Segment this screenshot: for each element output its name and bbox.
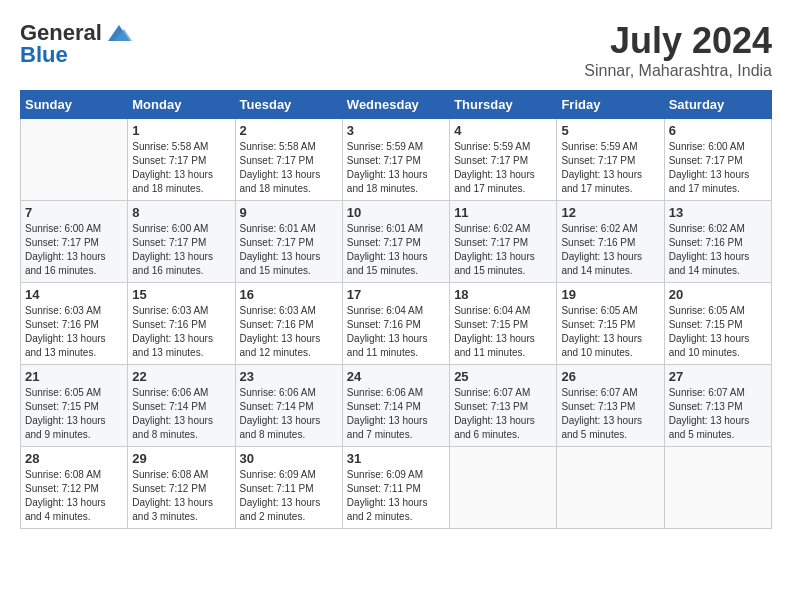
weekday-header-friday: Friday — [557, 91, 664, 119]
day-number: 28 — [25, 451, 123, 466]
day-number: 10 — [347, 205, 445, 220]
day-number: 21 — [25, 369, 123, 384]
day-number: 3 — [347, 123, 445, 138]
calendar-cell: 22Sunrise: 6:06 AMSunset: 7:14 PMDayligh… — [128, 365, 235, 447]
logo-icon — [104, 21, 134, 45]
calendar-cell: 15Sunrise: 6:03 AMSunset: 7:16 PMDayligh… — [128, 283, 235, 365]
logo: General Blue — [20, 20, 134, 68]
day-info: Sunrise: 6:03 AMSunset: 7:16 PMDaylight:… — [240, 304, 338, 360]
calendar-cell: 17Sunrise: 6:04 AMSunset: 7:16 PMDayligh… — [342, 283, 449, 365]
day-info: Sunrise: 6:08 AMSunset: 7:12 PMDaylight:… — [132, 468, 230, 524]
calendar-cell: 29Sunrise: 6:08 AMSunset: 7:12 PMDayligh… — [128, 447, 235, 529]
day-number: 22 — [132, 369, 230, 384]
day-number: 12 — [561, 205, 659, 220]
day-info: Sunrise: 6:09 AMSunset: 7:11 PMDaylight:… — [240, 468, 338, 524]
weekday-header-saturday: Saturday — [664, 91, 771, 119]
day-number: 29 — [132, 451, 230, 466]
calendar-cell: 25Sunrise: 6:07 AMSunset: 7:13 PMDayligh… — [450, 365, 557, 447]
day-info: Sunrise: 5:59 AMSunset: 7:17 PMDaylight:… — [561, 140, 659, 196]
day-info: Sunrise: 6:01 AMSunset: 7:17 PMDaylight:… — [347, 222, 445, 278]
day-number: 31 — [347, 451, 445, 466]
day-info: Sunrise: 6:06 AMSunset: 7:14 PMDaylight:… — [240, 386, 338, 442]
day-number: 8 — [132, 205, 230, 220]
calendar-cell: 28Sunrise: 6:08 AMSunset: 7:12 PMDayligh… — [21, 447, 128, 529]
week-row-1: 1Sunrise: 5:58 AMSunset: 7:17 PMDaylight… — [21, 119, 772, 201]
calendar-cell: 30Sunrise: 6:09 AMSunset: 7:11 PMDayligh… — [235, 447, 342, 529]
day-number: 18 — [454, 287, 552, 302]
calendar-cell: 21Sunrise: 6:05 AMSunset: 7:15 PMDayligh… — [21, 365, 128, 447]
day-number: 16 — [240, 287, 338, 302]
calendar-cell: 24Sunrise: 6:06 AMSunset: 7:14 PMDayligh… — [342, 365, 449, 447]
weekday-header-sunday: Sunday — [21, 91, 128, 119]
calendar-cell: 31Sunrise: 6:09 AMSunset: 7:11 PMDayligh… — [342, 447, 449, 529]
day-number: 14 — [25, 287, 123, 302]
calendar-cell: 19Sunrise: 6:05 AMSunset: 7:15 PMDayligh… — [557, 283, 664, 365]
day-info: Sunrise: 6:09 AMSunset: 7:11 PMDaylight:… — [347, 468, 445, 524]
day-number: 1 — [132, 123, 230, 138]
day-number: 19 — [561, 287, 659, 302]
calendar-cell: 18Sunrise: 6:04 AMSunset: 7:15 PMDayligh… — [450, 283, 557, 365]
header: General Blue July 2024 Sinnar, Maharasht… — [20, 20, 772, 80]
day-info: Sunrise: 6:04 AMSunset: 7:15 PMDaylight:… — [454, 304, 552, 360]
calendar-cell — [450, 447, 557, 529]
calendar-cell: 3Sunrise: 5:59 AMSunset: 7:17 PMDaylight… — [342, 119, 449, 201]
calendar-cell: 16Sunrise: 6:03 AMSunset: 7:16 PMDayligh… — [235, 283, 342, 365]
calendar-cell: 11Sunrise: 6:02 AMSunset: 7:17 PMDayligh… — [450, 201, 557, 283]
day-info: Sunrise: 5:58 AMSunset: 7:17 PMDaylight:… — [240, 140, 338, 196]
day-info: Sunrise: 6:07 AMSunset: 7:13 PMDaylight:… — [454, 386, 552, 442]
day-number: 25 — [454, 369, 552, 384]
calendar-cell: 23Sunrise: 6:06 AMSunset: 7:14 PMDayligh… — [235, 365, 342, 447]
calendar-cell: 9Sunrise: 6:01 AMSunset: 7:17 PMDaylight… — [235, 201, 342, 283]
day-info: Sunrise: 6:01 AMSunset: 7:17 PMDaylight:… — [240, 222, 338, 278]
day-number: 6 — [669, 123, 767, 138]
calendar-cell: 4Sunrise: 5:59 AMSunset: 7:17 PMDaylight… — [450, 119, 557, 201]
day-info: Sunrise: 6:02 AMSunset: 7:17 PMDaylight:… — [454, 222, 552, 278]
day-number: 27 — [669, 369, 767, 384]
calendar-table: SundayMondayTuesdayWednesdayThursdayFrid… — [20, 90, 772, 529]
week-row-2: 7Sunrise: 6:00 AMSunset: 7:17 PMDaylight… — [21, 201, 772, 283]
day-info: Sunrise: 6:05 AMSunset: 7:15 PMDaylight:… — [25, 386, 123, 442]
week-row-4: 21Sunrise: 6:05 AMSunset: 7:15 PMDayligh… — [21, 365, 772, 447]
day-number: 7 — [25, 205, 123, 220]
day-info: Sunrise: 6:00 AMSunset: 7:17 PMDaylight:… — [25, 222, 123, 278]
calendar-cell: 26Sunrise: 6:07 AMSunset: 7:13 PMDayligh… — [557, 365, 664, 447]
calendar-subtitle: Sinnar, Maharashtra, India — [584, 62, 772, 80]
calendar-cell — [21, 119, 128, 201]
day-number: 13 — [669, 205, 767, 220]
day-number: 5 — [561, 123, 659, 138]
calendar-cell — [557, 447, 664, 529]
day-info: Sunrise: 6:05 AMSunset: 7:15 PMDaylight:… — [669, 304, 767, 360]
day-info: Sunrise: 6:04 AMSunset: 7:16 PMDaylight:… — [347, 304, 445, 360]
weekday-header-row: SundayMondayTuesdayWednesdayThursdayFrid… — [21, 91, 772, 119]
calendar-cell: 5Sunrise: 5:59 AMSunset: 7:17 PMDaylight… — [557, 119, 664, 201]
day-number: 11 — [454, 205, 552, 220]
day-number: 24 — [347, 369, 445, 384]
day-number: 17 — [347, 287, 445, 302]
day-info: Sunrise: 6:06 AMSunset: 7:14 PMDaylight:… — [347, 386, 445, 442]
calendar-cell: 8Sunrise: 6:00 AMSunset: 7:17 PMDaylight… — [128, 201, 235, 283]
weekday-header-monday: Monday — [128, 91, 235, 119]
week-row-3: 14Sunrise: 6:03 AMSunset: 7:16 PMDayligh… — [21, 283, 772, 365]
day-number: 4 — [454, 123, 552, 138]
day-info: Sunrise: 6:00 AMSunset: 7:17 PMDaylight:… — [669, 140, 767, 196]
weekday-header-thursday: Thursday — [450, 91, 557, 119]
weekday-header-tuesday: Tuesday — [235, 91, 342, 119]
calendar-cell: 2Sunrise: 5:58 AMSunset: 7:17 PMDaylight… — [235, 119, 342, 201]
day-number: 26 — [561, 369, 659, 384]
calendar-cell: 1Sunrise: 5:58 AMSunset: 7:17 PMDaylight… — [128, 119, 235, 201]
day-info: Sunrise: 6:03 AMSunset: 7:16 PMDaylight:… — [25, 304, 123, 360]
calendar-cell: 27Sunrise: 6:07 AMSunset: 7:13 PMDayligh… — [664, 365, 771, 447]
day-info: Sunrise: 6:00 AMSunset: 7:17 PMDaylight:… — [132, 222, 230, 278]
day-info: Sunrise: 6:06 AMSunset: 7:14 PMDaylight:… — [132, 386, 230, 442]
day-info: Sunrise: 6:07 AMSunset: 7:13 PMDaylight:… — [669, 386, 767, 442]
day-info: Sunrise: 6:03 AMSunset: 7:16 PMDaylight:… — [132, 304, 230, 360]
day-number: 20 — [669, 287, 767, 302]
day-number: 9 — [240, 205, 338, 220]
calendar-cell: 6Sunrise: 6:00 AMSunset: 7:17 PMDaylight… — [664, 119, 771, 201]
calendar-title: July 2024 — [584, 20, 772, 62]
calendar-cell: 13Sunrise: 6:02 AMSunset: 7:16 PMDayligh… — [664, 201, 771, 283]
day-number: 23 — [240, 369, 338, 384]
calendar-cell: 12Sunrise: 6:02 AMSunset: 7:16 PMDayligh… — [557, 201, 664, 283]
title-area: July 2024 Sinnar, Maharashtra, India — [584, 20, 772, 80]
calendar-cell: 7Sunrise: 6:00 AMSunset: 7:17 PMDaylight… — [21, 201, 128, 283]
